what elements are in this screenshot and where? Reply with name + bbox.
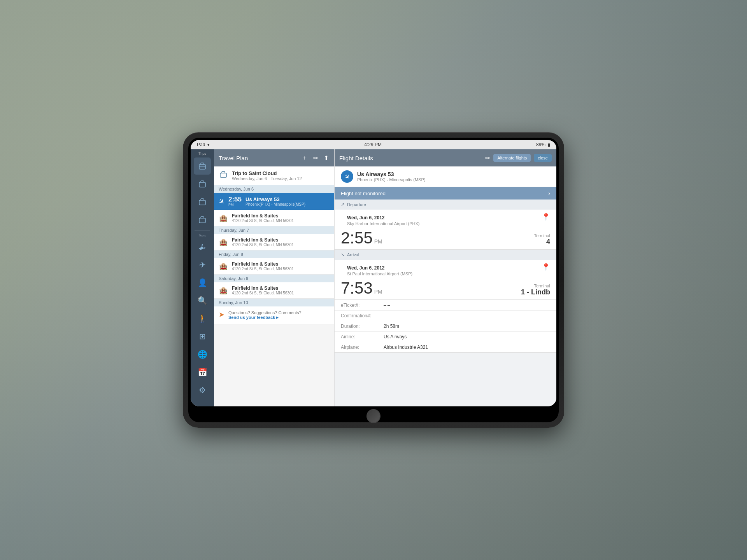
departure-date: Wed, Jun 6, 2012 xyxy=(341,213,542,221)
battery-percent: 89% xyxy=(536,142,545,147)
eticket-row: eTicket#: – – xyxy=(335,300,556,310)
sidebar-icon-search[interactable]: 🔍 xyxy=(194,292,211,309)
ipad-home-button[interactable] xyxy=(366,409,381,423)
summary-plane-icon: ✈ xyxy=(341,170,353,183)
sidebar-icon-walking[interactable]: 🚶 xyxy=(194,310,211,327)
flight-summary: ✈ Us Airways 53 Phoenix (PHX) - Minneapo… xyxy=(335,166,556,187)
departure-date-row: Wed, Jun 6, 2012 Sky Harbor Internationa… xyxy=(335,210,556,228)
day-header-sun: Sunday, Jun 10 xyxy=(214,299,334,306)
confirmation-value: – – xyxy=(384,313,390,318)
wifi-icon: ▾ xyxy=(207,142,210,147)
departure-arrow-icon: ↗ xyxy=(341,202,345,207)
travel-plan-panel: Travel Plan ＋ ✏ ⬆ xyxy=(214,149,335,406)
monitored-banner[interactable]: Flight not monitored › xyxy=(335,187,556,200)
trip-bag-icon xyxy=(219,171,228,180)
sidebar-icon-bag3[interactable] xyxy=(194,193,211,210)
feedback-link[interactable]: Send us your feedback ▸ xyxy=(228,315,302,320)
hotel-name-sat: Fairfield Inn & Suites xyxy=(232,285,330,291)
arrival-terminal-number: 1 - Lindb xyxy=(521,288,550,296)
sidebar-icon-plane[interactable] xyxy=(194,238,211,256)
airplane-row: Airplane: Airbus Industrie A321 xyxy=(335,342,556,352)
svg-rect-4 xyxy=(199,218,205,223)
duration-row: Duration: 2h 58m xyxy=(335,321,556,331)
hotel-item-fri[interactable]: 🏨 Fairfield Inn & Suites 4120 2nd St S, … xyxy=(214,258,334,275)
arrival-header: ↘ Arrival xyxy=(335,250,556,260)
trip-item[interactable]: Trip to Saint Cloud Wednesday, Jun 6 - T… xyxy=(214,166,334,185)
hotel-address-wed: 4120 2nd St S, St Cloud, MN 56301 xyxy=(232,219,330,223)
hotel-address-sat: 4120 2nd St S, St Cloud, MN 56301 xyxy=(232,291,330,295)
summary-flight-name: Us Airways 53 xyxy=(357,171,550,177)
departure-time-inner: 2:55 PM xyxy=(341,230,382,246)
svg-rect-2 xyxy=(199,182,205,187)
monitored-text: Flight not monitored xyxy=(341,191,386,196)
summary-route: Phoenix (PHX) - Minneapolis (MSP) xyxy=(357,177,550,182)
flight-details-actions: ✏ Alternate flights close xyxy=(485,154,552,162)
sidebar-icon-grid[interactable]: ⊞ xyxy=(194,328,211,345)
trip-name: Trip to Saint Cloud xyxy=(232,170,330,176)
confirmation-label: Confirmation#: xyxy=(341,313,384,318)
add-button[interactable]: ＋ xyxy=(301,153,309,163)
arrival-time: 7:53 xyxy=(341,280,373,296)
info-section: eTicket#: – – Confirmation#: – – Duratio… xyxy=(335,300,556,353)
svg-rect-3 xyxy=(199,200,205,205)
departure-section: ↗ Departure Wed, Jun 6, 2012 Sky Harbor … xyxy=(335,200,556,250)
departure-header: ↗ Departure xyxy=(335,200,556,210)
edit-button[interactable]: ✏ xyxy=(312,154,319,163)
sidebar-icon-bag1[interactable] xyxy=(194,158,211,175)
hotel-icon-wed: 🏨 xyxy=(219,214,228,222)
hotel-name-wed: Fairfield Inn & Suites xyxy=(232,213,330,219)
hotel-address-fri: 4120 2nd St S, St Cloud, MN 56301 xyxy=(232,267,330,271)
sidebar-icon-person[interactable]: 👤 xyxy=(194,274,211,291)
ipad-screen: Pad ▾ 4:29 PM 89% ▮ Trips xyxy=(191,140,556,406)
day-header-sat: Saturday, Jun 9 xyxy=(214,275,334,282)
flight-list-route: Phoenix(PHX) - Minneapolis(MSP) xyxy=(245,202,330,206)
ipad-device: Pad ▾ 4:29 PM 89% ▮ Trips xyxy=(183,132,564,428)
trip-dates: Wednesday, Jun 6 - Tuesday, Jun 12 xyxy=(232,176,330,181)
flight-list-item[interactable]: ✈ 2:55 PM Us Airways 53 Phoenix(PHX) - M… xyxy=(214,193,334,210)
departure-date-info: Wed, Jun 6, 2012 Sky Harbor Internationa… xyxy=(341,213,542,228)
details-scrollable: ✈ Us Airways 53 Phoenix (PHX) - Minneapo… xyxy=(335,166,556,406)
airline-value: Us Airways xyxy=(384,334,407,340)
departure-airport: Sky Harbor International Airport (PHX) xyxy=(341,221,542,228)
arrival-time-row: 7:53 PM Terminal 1 - Lindb xyxy=(335,278,556,299)
travel-plan-header-icons: ＋ ✏ ⬆ xyxy=(301,153,330,163)
hotel-item-thu[interactable]: 🏨 Fairfield Inn & Suites 4120 2nd St S, … xyxy=(214,234,334,250)
flight-details-edit-icon[interactable]: ✏ xyxy=(485,154,490,162)
sidebar-icon-plane2[interactable]: ✈ xyxy=(194,256,211,273)
hotel-info-sat: Fairfield Inn & Suites 4120 2nd St S, St… xyxy=(232,285,330,295)
sidebar-icon-bag4[interactable] xyxy=(194,211,211,228)
alternate-flights-button[interactable]: Alternate flights xyxy=(493,154,531,162)
feedback-item[interactable]: ➤ Questions? Suggestions? Comments? Send… xyxy=(214,306,334,324)
day-header-thu: Thursday, Jun 7 xyxy=(214,226,334,234)
departure-terminal-label: Terminal xyxy=(534,233,550,238)
eticket-label: eTicket#: xyxy=(341,303,384,308)
svg-rect-5 xyxy=(220,173,226,177)
sidebar-icon-globe[interactable]: 🌐 xyxy=(194,346,211,363)
departure-terminal-number: 4 xyxy=(534,238,550,246)
monitored-arrow-icon: › xyxy=(548,190,550,196)
departure-terminal: Terminal 4 xyxy=(534,233,550,246)
sidebar-icon-gear[interactable]: ⚙ xyxy=(194,382,211,399)
sidebar-icon-calendar[interactable]: 📅 xyxy=(194,364,211,381)
flight-time-ampm: PM xyxy=(228,203,242,206)
departure-ampm: PM xyxy=(374,238,382,245)
flight-details-title: Flight Details xyxy=(339,155,373,161)
duration-label: Duration: xyxy=(341,324,384,329)
share-button[interactable]: ⬆ xyxy=(323,154,330,163)
arrival-date-row: Wed, Jun 6, 2012 St Paul International A… xyxy=(335,260,556,278)
hotel-item-wed[interactable]: 🏨 Fairfield Inn & Suites 4120 2nd St S, … xyxy=(214,210,334,226)
tools-label: Tools xyxy=(199,232,206,238)
trips-label: Trips xyxy=(191,149,214,157)
sidebar-icon-bag2[interactable] xyxy=(194,175,211,192)
departure-label: Departure xyxy=(347,202,366,207)
close-button[interactable]: close xyxy=(534,154,552,162)
airline-label: Airline: xyxy=(341,334,384,340)
hotel-icon-fri: 🏨 xyxy=(219,262,228,271)
carrier-label: Pad xyxy=(197,142,205,147)
hotel-name-fri: Fairfield Inn & Suites xyxy=(232,261,330,267)
flight-time-block: 2:55 PM xyxy=(228,196,242,206)
flight-details-header: Flight Details ✏ Alternate flights close xyxy=(335,149,556,166)
hotel-icon-sat: 🏨 xyxy=(219,286,228,295)
hotel-item-sat[interactable]: 🏨 Fairfield Inn & Suites 4120 2nd St S, … xyxy=(214,282,334,299)
arrival-location-icon: 📍 xyxy=(542,263,550,271)
